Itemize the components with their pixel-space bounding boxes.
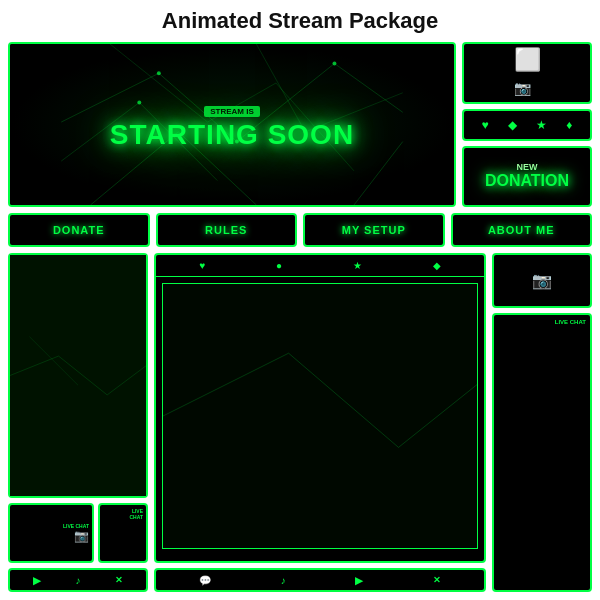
main-overlay: ♥ ● ★ ◆ [154, 253, 486, 563]
overlay-top-bar: ♥ ● ★ ◆ [156, 255, 484, 277]
svg-line-24 [289, 353, 399, 447]
mini-chat-label: LIVECHAT [129, 508, 143, 520]
youtube-icon-left: ▶ [33, 575, 41, 586]
overlay-diamond-icon: ◆ [433, 260, 441, 271]
overlay-star-icon: ★ [353, 260, 362, 271]
tiktok-icon-left: ♪ [75, 575, 80, 586]
main-twitter-icon: ✕ [433, 575, 441, 585]
center-col: ♥ ● ★ ◆ [154, 253, 486, 592]
right-chat-label: LIVE CHAT [555, 319, 586, 325]
donation-label: DONATION [485, 172, 569, 189]
svg-line-23 [163, 353, 289, 416]
right-cam-panel: 📷 [492, 253, 592, 308]
donation-new-label: NEW [485, 163, 569, 173]
stream-text-block: STREAM IS STARTING SOON [110, 100, 354, 149]
right-chat-panel: LIVE CHAT [492, 313, 592, 592]
starting-soon-text: STARTING SOON [110, 121, 354, 149]
main-content: STREAM IS STARTING SOON ⬜📷 ♥ ◆ ★ ♦ NEW [8, 42, 592, 592]
donation-panel: NEW DONATION [462, 146, 592, 208]
svg-line-21 [107, 366, 146, 395]
main-tiktok-icon: ♪ [281, 575, 286, 586]
stream-is-label: STREAM IS [204, 106, 260, 117]
right-col: 📷 LIVE CHAT [492, 253, 592, 592]
cam-panel: ⬜📷 [462, 42, 592, 104]
overlay-person-icon: ● [276, 260, 282, 271]
twitter-icon-left: ✕ [115, 575, 123, 585]
small-screen [8, 253, 148, 498]
page-title: Animated Stream Package [162, 8, 438, 34]
mini-cam-panel: LIVE CHAT 📷 [8, 503, 94, 563]
mini-panels: LIVE CHAT 📷 LIVECHAT [8, 503, 148, 563]
donation-text: NEW DONATION [485, 163, 569, 190]
star-icon: ★ [536, 118, 547, 132]
overlay-heart-icon: ♥ [199, 260, 205, 271]
svg-line-13 [354, 142, 403, 205]
rules-button[interactable]: RULES [156, 213, 298, 247]
diamond-icon: ◆ [508, 118, 517, 132]
page-wrapper: Animated Stream Package [0, 0, 600, 600]
about-me-button[interactable]: ABOUT ME [451, 213, 593, 247]
person-icon: ♦ [566, 118, 572, 132]
right-panels: ⬜📷 ♥ ◆ ★ ♦ NEW DONATION [462, 42, 592, 207]
bottom-row: LIVE CHAT 📷 LIVECHAT ▶ ♪ ✕ [8, 253, 592, 592]
top-row: STREAM IS STARTING SOON ⬜📷 ♥ ◆ ★ ♦ NEW [8, 42, 592, 207]
donate-button[interactable]: DONATE [8, 213, 150, 247]
svg-line-19 [10, 356, 59, 375]
svg-line-22 [29, 337, 78, 386]
camera-icon: ⬜📷 [514, 47, 541, 99]
stream-screen: STREAM IS STARTING SOON [8, 42, 456, 207]
mini-chat-panel: LIVECHAT [98, 503, 148, 563]
overlay-screen [162, 283, 478, 549]
stats-panel: ♥ ◆ ★ ♦ [462, 109, 592, 141]
svg-point-16 [333, 62, 337, 66]
main-social-bar: 💬 ♪ ▶ ✕ [154, 568, 486, 592]
main-chat-icon: 💬 [199, 575, 211, 586]
svg-line-20 [59, 356, 108, 395]
main-youtube-icon: ▶ [355, 575, 363, 586]
left-col: LIVE CHAT 📷 LIVECHAT ▶ ♪ ✕ [8, 253, 148, 592]
mini-cam-icon: 📷 [74, 529, 89, 543]
right-cam-icon: 📷 [532, 271, 552, 290]
svg-line-25 [399, 385, 478, 448]
left-social-bar: ▶ ♪ ✕ [8, 568, 148, 592]
svg-point-14 [157, 71, 161, 75]
my-setup-button[interactable]: MY SETUP [303, 213, 445, 247]
heart-icon: ♥ [482, 118, 489, 132]
nav-row: DONATE RULES MY SETUP ABOUT ME [8, 213, 592, 247]
